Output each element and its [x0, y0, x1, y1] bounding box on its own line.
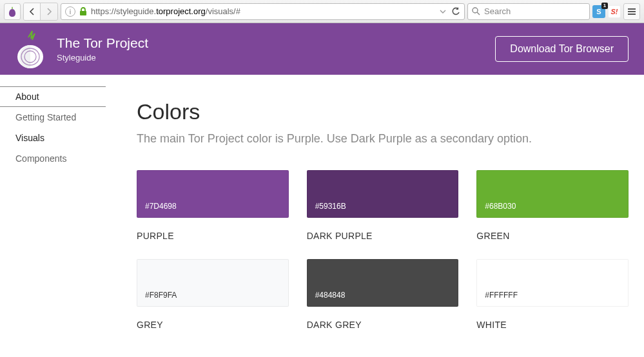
- swatch-name: PURPLE: [137, 231, 289, 241]
- search-placeholder: Search: [484, 6, 511, 16]
- color-swatch: #59316B DARK PURPLE: [307, 170, 459, 241]
- color-swatch-grid: #7D4698 PURPLE #59316B DARK PURPLE #68B0…: [137, 170, 629, 330]
- download-button[interactable]: Download Tor Browser: [495, 36, 629, 62]
- sidebar: About Getting Started Visuals Components: [0, 75, 106, 330]
- page-title: Colors: [137, 99, 629, 124]
- search-bar[interactable]: Search: [467, 3, 590, 20]
- svg-point-1: [473, 8, 478, 13]
- info-icon[interactable]: i: [65, 6, 75, 17]
- brand-text: The Tor Project Styleguide: [57, 35, 148, 63]
- extension-icon-1[interactable]: S1: [592, 5, 605, 18]
- color-swatch: #484848 DARK GREY: [307, 259, 459, 330]
- menu-button[interactable]: [623, 3, 640, 20]
- svg-rect-0: [80, 11, 86, 15]
- extension-icon-2[interactable]: S!: [608, 5, 621, 18]
- brand: The Tor Project Styleguide: [15, 30, 148, 68]
- dropdown-icon[interactable]: [440, 8, 446, 15]
- swatch-box: #7D4698: [137, 170, 289, 218]
- content: About Getting Started Visuals Components…: [0, 75, 644, 330]
- swatch-box: #68B030: [476, 170, 629, 218]
- sidebar-item-about[interactable]: About: [0, 86, 106, 107]
- swatch-name: GREY: [137, 320, 289, 330]
- color-swatch: #7D4698 PURPLE: [137, 170, 289, 241]
- swatch-name: DARK GREY: [307, 320, 459, 330]
- search-icon: [472, 7, 480, 15]
- swatch-hex: #FFFFFF: [485, 291, 518, 300]
- reload-icon[interactable]: [451, 7, 460, 16]
- color-swatch: #FFFFFF WHITE: [476, 259, 629, 330]
- sidebar-item-label: Components: [15, 153, 66, 164]
- extension-badge: 1: [601, 3, 608, 9]
- color-swatch: #68B030 GREEN: [476, 170, 629, 241]
- main-content: Colors The main Tor Project color is Pur…: [106, 75, 644, 330]
- sidebar-item-label: Visuals: [15, 133, 44, 143]
- forward-button[interactable]: [41, 3, 57, 20]
- sidebar-item-label: Getting Started: [15, 112, 76, 122]
- swatch-box: #484848: [307, 259, 459, 307]
- back-button[interactable]: [24, 3, 41, 20]
- swatch-hex: #59316B: [315, 202, 346, 211]
- lock-icon: [79, 7, 87, 16]
- nav-buttons: [23, 3, 58, 21]
- sidebar-item-getting-started[interactable]: Getting Started: [0, 107, 106, 128]
- tor-onion-button[interactable]: [4, 3, 21, 20]
- swatch-name: WHITE: [476, 320, 629, 330]
- sidebar-item-visuals[interactable]: Visuals: [0, 128, 106, 148]
- swatch-box: #59316B: [307, 170, 459, 218]
- page-description: The main Tor Project color is Purple. Us…: [137, 132, 629, 146]
- swatch-hex: #68B030: [485, 202, 516, 211]
- swatch-name: GREEN: [476, 231, 629, 241]
- swatch-hex: #7D4698: [145, 202, 177, 211]
- site-header: The Tor Project Styleguide Download Tor …: [0, 23, 644, 75]
- color-swatch: #F8F9FA GREY: [137, 259, 289, 330]
- site-title: The Tor Project: [57, 35, 148, 51]
- url-bar[interactable]: i https://styleguide.torproject.org/visu…: [61, 3, 465, 20]
- sidebar-item-components[interactable]: Components: [0, 148, 106, 169]
- url-text: https://styleguide.torproject.org/visual…: [91, 6, 436, 16]
- browser-chrome: i https://styleguide.torproject.org/visu…: [0, 0, 644, 23]
- swatch-hex: #484848: [315, 291, 346, 300]
- swatch-name: DARK PURPLE: [307, 231, 459, 241]
- swatch-box: #F8F9FA: [137, 259, 289, 307]
- swatch-hex: #F8F9FA: [145, 291, 177, 300]
- site-subtitle: Styleguide: [57, 53, 148, 63]
- url-controls: [440, 7, 460, 16]
- sidebar-item-label: About: [15, 92, 39, 102]
- swatch-box: #FFFFFF: [476, 259, 629, 307]
- tor-logo: [15, 30, 45, 68]
